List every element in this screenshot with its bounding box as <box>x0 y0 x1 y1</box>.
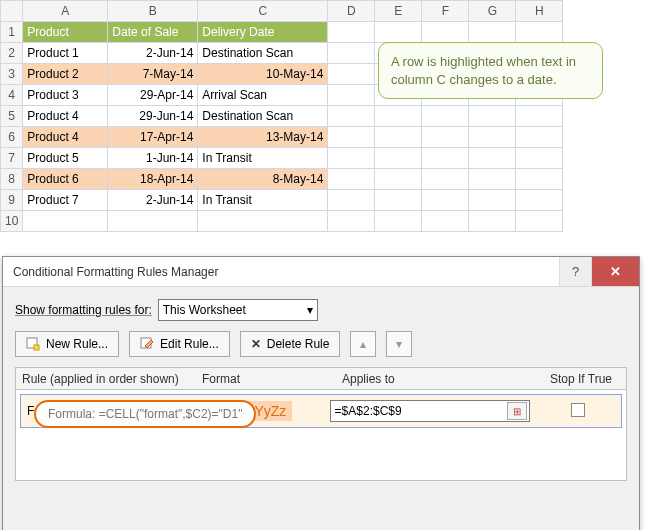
cell[interactable]: Product 1 <box>23 43 108 64</box>
cell[interactable]: Product 6 <box>23 169 108 190</box>
cell[interactable]: Product 2 <box>23 64 108 85</box>
cell[interactable] <box>328 85 375 106</box>
row-header[interactable]: 10 <box>1 211 23 232</box>
cell[interactable]: Destination Scan <box>198 43 328 64</box>
cell[interactable] <box>469 22 516 43</box>
cell[interactable]: Product 4 <box>23 127 108 148</box>
cell[interactable]: Product 3 <box>23 85 108 106</box>
cell[interactable] <box>375 190 422 211</box>
col-header[interactable]: D <box>328 1 375 22</box>
cell[interactable] <box>516 106 563 127</box>
new-rule-button[interactable]: New Rule... <box>15 331 119 357</box>
cell[interactable] <box>328 22 375 43</box>
cell[interactable]: Product 7 <box>23 190 108 211</box>
row-header[interactable]: 2 <box>1 43 23 64</box>
cell[interactable] <box>375 211 422 232</box>
row-header[interactable]: 9 <box>1 190 23 211</box>
cell[interactable] <box>328 169 375 190</box>
dialog-titlebar[interactable]: Conditional Formatting Rules Manager ? ✕ <box>3 257 639 287</box>
row-header[interactable]: 8 <box>1 169 23 190</box>
cell[interactable] <box>516 22 563 43</box>
cell[interactable] <box>375 106 422 127</box>
cell[interactable]: Product 4 <box>23 106 108 127</box>
applies-to-input[interactable]: =$A$2:$C$9 ⊞ <box>330 400 530 422</box>
row-header[interactable]: 1 <box>1 22 23 43</box>
show-rules-for-select[interactable]: This Worksheet ▾ <box>158 299 318 321</box>
cell[interactable]: Delivery Date <box>198 22 328 43</box>
cell[interactable]: Arrival Scan <box>198 85 328 106</box>
cell[interactable] <box>375 148 422 169</box>
cell[interactable]: Destination Scan <box>198 106 328 127</box>
cell[interactable] <box>375 127 422 148</box>
cell[interactable]: In Transit <box>198 148 328 169</box>
cell[interactable] <box>422 106 469 127</box>
delete-rule-button[interactable]: ✕ Delete Rule <box>240 331 341 357</box>
cell[interactable] <box>328 148 375 169</box>
cell[interactable] <box>328 211 375 232</box>
cell[interactable]: 18-Apr-14 <box>108 169 198 190</box>
cell[interactable] <box>328 43 375 64</box>
cell[interactable]: 29-Apr-14 <box>108 85 198 106</box>
cell[interactable] <box>108 211 198 232</box>
cell[interactable]: Date of Sale <box>108 22 198 43</box>
row-header[interactable]: 5 <box>1 106 23 127</box>
cell[interactable]: 10-May-14 <box>198 64 328 85</box>
range-picker-icon[interactable]: ⊞ <box>507 402 527 420</box>
cell[interactable] <box>469 190 516 211</box>
col-header[interactable]: C <box>198 1 328 22</box>
spreadsheet-grid[interactable]: A B C D E F G H 1ProductDate of SaleDeli… <box>0 0 563 232</box>
edit-rule-button[interactable]: Edit Rule... <box>129 331 230 357</box>
cell[interactable] <box>328 190 375 211</box>
cell[interactable] <box>198 211 328 232</box>
cell[interactable] <box>516 211 563 232</box>
cell[interactable] <box>375 22 422 43</box>
cell[interactable] <box>375 169 422 190</box>
cell[interactable] <box>328 64 375 85</box>
cell[interactable]: Product <box>23 22 108 43</box>
close-window-button[interactable]: ✕ <box>591 257 639 286</box>
move-up-button[interactable]: ▴ <box>350 331 376 357</box>
col-header[interactable]: E <box>375 1 422 22</box>
col-header[interactable]: H <box>516 1 563 22</box>
col-header[interactable]: G <box>469 1 516 22</box>
cell[interactable]: 2-Jun-14 <box>108 190 198 211</box>
cell[interactable]: 2-Jun-14 <box>108 43 198 64</box>
cell[interactable] <box>422 169 469 190</box>
cell[interactable] <box>469 127 516 148</box>
cell[interactable] <box>422 22 469 43</box>
cell[interactable] <box>23 211 108 232</box>
help-button[interactable]: ? <box>559 257 591 286</box>
row-header[interactable]: 3 <box>1 64 23 85</box>
cell[interactable] <box>422 148 469 169</box>
cell[interactable] <box>516 169 563 190</box>
cell[interactable]: 29-Jun-14 <box>108 106 198 127</box>
cell[interactable] <box>469 211 516 232</box>
cell[interactable] <box>469 148 516 169</box>
cell[interactable] <box>516 190 563 211</box>
cell[interactable] <box>469 106 516 127</box>
col-header[interactable]: A <box>23 1 108 22</box>
col-header[interactable]: B <box>108 1 198 22</box>
cell[interactable]: 13-May-14 <box>198 127 328 148</box>
row-header[interactable]: 6 <box>1 127 23 148</box>
cell[interactable]: 8-May-14 <box>198 169 328 190</box>
cell[interactable] <box>516 148 563 169</box>
cell[interactable]: 1-Jun-14 <box>108 148 198 169</box>
cell[interactable]: 7-May-14 <box>108 64 198 85</box>
cell[interactable]: 17-Apr-14 <box>108 127 198 148</box>
cell[interactable] <box>469 169 516 190</box>
row-header[interactable]: 7 <box>1 148 23 169</box>
cell[interactable] <box>516 127 563 148</box>
row-header[interactable]: 4 <box>1 85 23 106</box>
cell[interactable] <box>422 190 469 211</box>
select-all[interactable] <box>1 1 23 22</box>
stop-if-true-checkbox[interactable] <box>571 403 585 417</box>
cell[interactable] <box>328 127 375 148</box>
cell[interactable]: Product 5 <box>23 148 108 169</box>
col-header[interactable]: F <box>422 1 469 22</box>
cell[interactable] <box>422 211 469 232</box>
cell[interactable] <box>422 127 469 148</box>
cell[interactable] <box>328 106 375 127</box>
cell[interactable]: In Transit <box>198 190 328 211</box>
move-down-button[interactable]: ▾ <box>386 331 412 357</box>
